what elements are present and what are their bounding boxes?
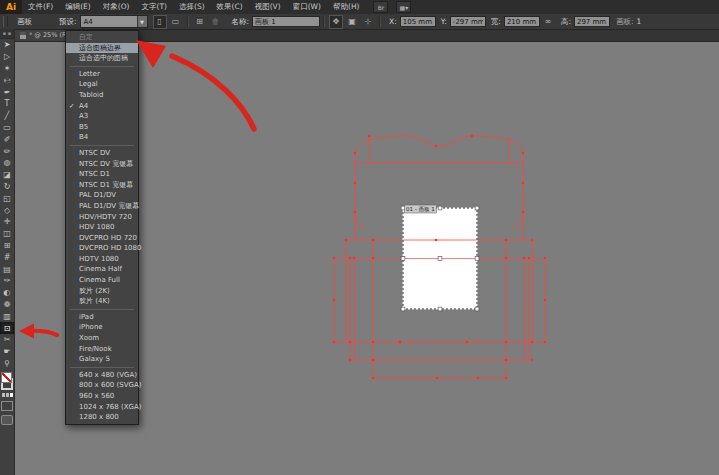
type-tool[interactable]: T xyxy=(0,98,14,110)
free-transform-tool[interactable]: ✛ xyxy=(0,216,14,228)
color-button[interactable] xyxy=(2,393,5,397)
artboard-options-button[interactable]: ▣ xyxy=(345,15,359,29)
preset-option-22[interactable]: HDTV 1080 xyxy=(66,254,138,265)
preset-option-9[interactable]: B5 xyxy=(66,122,138,133)
magic-wand-tool[interactable]: ✶ xyxy=(0,63,14,75)
zoom-tool[interactable]: ⚲ xyxy=(0,358,14,370)
fill-stroke-indicator[interactable] xyxy=(0,371,14,391)
preset-option-16[interactable]: PAL D1/DV xyxy=(66,190,138,201)
preset-option-5[interactable]: Legal xyxy=(66,79,138,90)
delete-artboard-button[interactable]: 🗑 xyxy=(209,15,223,29)
lasso-tool[interactable]: ℮ xyxy=(0,74,14,86)
preset-option-20[interactable]: DVCPRO HD 720 xyxy=(66,233,138,244)
show-center-mark-button[interactable]: ⊹ xyxy=(361,15,375,29)
height-label: 高: xyxy=(561,17,571,27)
preset-option-31[interactable]: Fire/Nook xyxy=(66,344,138,355)
selection-tool[interactable]: ➤ xyxy=(0,39,14,51)
menu-item-2[interactable]: 对象(O) xyxy=(97,0,136,14)
toolbar-collapse-handle[interactable]: ▪ ▪ xyxy=(0,29,14,39)
slice-tool[interactable]: ✂ xyxy=(0,334,14,346)
symbol-sprayer-tool[interactable]: ❁ xyxy=(0,299,14,311)
preset-option-17[interactable]: PAL D1/DV 宽银幕 xyxy=(66,201,138,212)
preset-option-23[interactable]: Cinema Half xyxy=(66,264,138,275)
workspace-switcher-icon[interactable]: ▦▾ xyxy=(396,1,411,13)
portrait-orientation-button[interactable]: ▯ xyxy=(153,15,167,29)
artboard-tool[interactable]: ⊡ xyxy=(0,322,14,334)
shape-builder-tool[interactable]: ◫ xyxy=(0,228,14,240)
column-graph-tool[interactable]: ▥ xyxy=(0,310,14,322)
preset-select[interactable]: A4 ▼ xyxy=(80,15,148,28)
preset-option-1[interactable]: 适合图稿边界 xyxy=(66,43,138,54)
paintbrush-tool[interactable]: ✐ xyxy=(0,133,14,145)
panel-grip xyxy=(3,16,8,27)
menu-item-7[interactable]: 窗口(W) xyxy=(287,0,327,14)
mesh-tool[interactable]: # xyxy=(0,251,14,263)
rectangle-tool[interactable]: ▭ xyxy=(0,122,14,134)
preset-option-2[interactable]: 适合选中的图稿 xyxy=(66,53,138,64)
menu-item-1[interactable]: 编辑(E) xyxy=(59,0,97,14)
eraser-tool[interactable]: ◪ xyxy=(0,169,14,181)
y-input[interactable] xyxy=(450,16,486,27)
preset-option-19[interactable]: HDV 1080 xyxy=(66,222,138,233)
width-tool[interactable]: ◇ xyxy=(0,204,14,216)
scale-tool[interactable]: ◱ xyxy=(0,192,14,204)
line-segment-tool[interactable]: ╱ xyxy=(0,110,14,122)
preset-option-35[interactable]: 800 x 600 (SVGA) xyxy=(66,380,138,391)
drawing-mode-button[interactable] xyxy=(1,401,13,411)
preset-option-38[interactable]: 1280 x 800 xyxy=(66,412,138,423)
pencil-tool[interactable]: ✏ xyxy=(0,145,14,157)
preset-option-14[interactable]: NTSC D1 xyxy=(66,169,138,180)
move-artwork-with-artboard-button[interactable]: ✥ xyxy=(329,15,343,29)
preset-option-36[interactable]: 960 x 560 xyxy=(66,391,138,402)
rotate-tool[interactable]: ↻ xyxy=(0,181,14,193)
new-artboard-button[interactable]: ⊞ xyxy=(193,15,207,29)
eyedropper-tool[interactable]: ✑ xyxy=(0,275,14,287)
preset-option-13[interactable]: NTSC DV 宽银幕 xyxy=(66,159,138,170)
preset-option-4[interactable]: Letter xyxy=(66,69,138,80)
dropdown-separator xyxy=(70,145,134,146)
preset-option-21[interactable]: DVCPRO HD 1080 xyxy=(66,243,138,254)
menu-item-6[interactable]: 视图(V) xyxy=(249,0,287,14)
preset-option-30[interactable]: Xoom xyxy=(66,333,138,344)
pen-tool[interactable]: ✒ xyxy=(0,86,14,98)
menu-item-3[interactable]: 文字(T) xyxy=(136,0,173,14)
none-button[interactable] xyxy=(10,393,13,397)
artboard-name-input[interactable] xyxy=(252,16,320,27)
width-input[interactable] xyxy=(504,16,540,27)
preset-option-7[interactable]: A4✓ xyxy=(66,101,138,112)
gradient-button[interactable] xyxy=(6,393,9,397)
screen-mode-button[interactable] xyxy=(1,415,13,425)
preset-option-24[interactable]: Cinema Full xyxy=(66,275,138,286)
perspective-grid-tool[interactable]: ⊞ xyxy=(0,240,14,252)
preset-option-0[interactable]: 自定 xyxy=(66,32,138,43)
preset-option-8[interactable]: A3 xyxy=(66,111,138,122)
direct-selection-tool[interactable]: ▷ xyxy=(0,51,14,63)
control-bar: 画板 预设: A4 ▼ ▯ ▭ ⊞ 🗑 名称: ✥ ▣ ⊹ X: Y: 宽: ∞… xyxy=(0,14,719,30)
preset-option-25[interactable]: 胶片 (2K) xyxy=(66,286,138,297)
fill-none-swatch[interactable] xyxy=(1,372,12,383)
preset-option-12[interactable]: NTSC DV xyxy=(66,148,138,159)
preset-option-37[interactable]: 1024 x 768 (XGA) xyxy=(66,402,138,413)
menu-item-8[interactable]: 帮助(H) xyxy=(327,0,366,14)
hand-tool[interactable]: ☛ xyxy=(0,346,14,358)
preset-option-18[interactable]: HDV/HDTV 720 xyxy=(66,212,138,223)
go-to-bridge-icon[interactable]: Br xyxy=(373,1,388,13)
landscape-orientation-button[interactable]: ▭ xyxy=(169,15,183,29)
blend-tool[interactable]: ◐ xyxy=(0,287,14,299)
menu-item-5[interactable]: 效果(C) xyxy=(211,0,249,14)
preset-option-28[interactable]: iPad xyxy=(66,312,138,323)
height-input[interactable] xyxy=(574,16,610,27)
preset-option-6[interactable]: Tabloid xyxy=(66,90,138,101)
menu-item-0[interactable]: 文件(F) xyxy=(22,0,59,14)
preset-option-34[interactable]: 640 x 480 (VGA) xyxy=(66,370,138,381)
x-input[interactable] xyxy=(400,16,436,27)
preset-option-10[interactable]: B4 xyxy=(66,132,138,143)
preset-option-26[interactable]: 胶片 (4K) xyxy=(66,296,138,307)
preset-option-15[interactable]: NTSC D1 宽银幕 xyxy=(66,180,138,191)
preset-option-29[interactable]: iPhone xyxy=(66,322,138,333)
link-dimensions-icon[interactable]: ∞ xyxy=(541,15,555,29)
preset-option-32[interactable]: Galaxy S xyxy=(66,354,138,365)
menu-item-4[interactable]: 选择(S) xyxy=(173,0,211,14)
gradient-tool[interactable]: ▤ xyxy=(0,263,14,275)
blob-brush-tool[interactable]: ◍ xyxy=(0,157,14,169)
